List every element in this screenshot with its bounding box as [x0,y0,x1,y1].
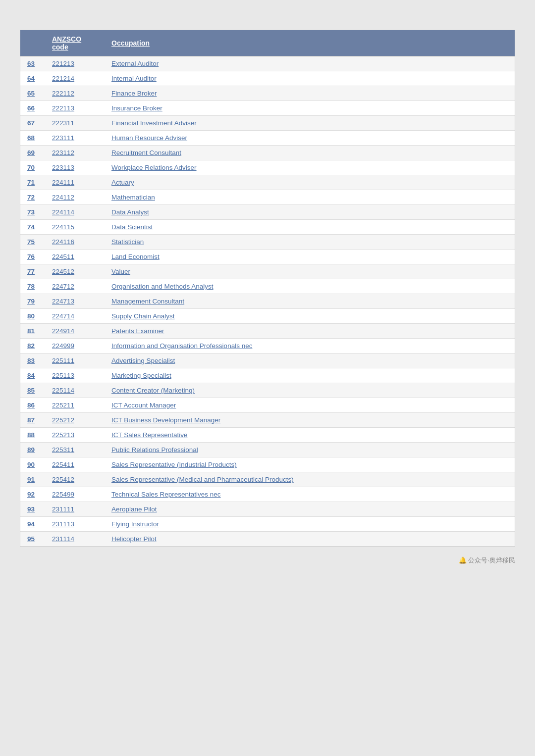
row-anzsco-code[interactable]: 224111 [45,175,105,190]
row-number[interactable]: 90 [20,457,45,472]
row-number[interactable]: 76 [20,250,45,264]
row-anzsco-code[interactable]: 223111 [45,131,105,146]
row-occupation[interactable]: Information and Organisation Professiona… [105,339,515,353]
row-number[interactable]: 81 [20,324,45,339]
row-anzsco-code[interactable]: 224712 [45,279,105,294]
row-number[interactable]: 91 [20,472,45,487]
row-anzsco-code[interactable]: 224116 [45,235,105,250]
row-occupation[interactable]: Mathematician [105,190,515,205]
row-anzsco-code[interactable]: 222112 [45,86,105,101]
row-occupation[interactable]: Content Creator (Marketing) [105,383,515,398]
row-anzsco-code[interactable]: 224112 [45,190,105,205]
row-number[interactable]: 69 [20,146,45,160]
row-anzsco-code[interactable]: 223113 [45,160,105,175]
row-occupation[interactable]: Valuer [105,264,515,279]
row-occupation[interactable]: Land Economist [105,250,515,264]
row-number[interactable]: 74 [20,220,45,235]
row-occupation[interactable]: Finance Broker [105,86,515,101]
row-occupation[interactable]: Organisation and Methods Analyst [105,279,515,294]
row-anzsco-code[interactable]: 224999 [45,339,105,353]
row-occupation[interactable]: Supply Chain Analyst [105,309,515,324]
row-occupation[interactable]: Insurance Broker [105,101,515,116]
row-number[interactable]: 86 [20,398,45,413]
row-anzsco-code[interactable]: 225311 [45,443,105,457]
row-anzsco-code[interactable]: 224914 [45,324,105,339]
row-occupation[interactable]: Patents Examiner [105,324,515,339]
row-number[interactable]: 73 [20,205,45,220]
row-anzsco-code[interactable]: 225211 [45,398,105,413]
row-anzsco-code[interactable]: 222311 [45,116,105,131]
row-anzsco-code[interactable]: 225499 [45,487,105,502]
row-number[interactable]: 68 [20,131,45,146]
row-anzsco-code[interactable]: 231111 [45,502,105,517]
row-occupation[interactable]: Data Scientist [105,220,515,235]
row-occupation[interactable]: Statistician [105,235,515,250]
row-number[interactable]: 66 [20,101,45,116]
row-number[interactable]: 85 [20,383,45,398]
col-code-header[interactable]: ANZSCO code [45,30,105,56]
row-anzsco-code[interactable]: 225113 [45,368,105,383]
row-number[interactable]: 79 [20,294,45,309]
row-occupation[interactable]: Data Analyst [105,205,515,220]
row-number[interactable]: 72 [20,190,45,205]
row-occupation[interactable]: Sales Representative (Medical and Pharma… [105,472,515,487]
row-number[interactable]: 75 [20,235,45,250]
row-number[interactable]: 87 [20,413,45,428]
row-occupation[interactable]: ICT Business Development Manager [105,413,515,428]
row-anzsco-code[interactable]: 222113 [45,101,105,116]
row-number[interactable]: 77 [20,264,45,279]
row-anzsco-code[interactable]: 224511 [45,250,105,264]
row-occupation[interactable]: Public Relations Professional [105,443,515,457]
row-occupation[interactable]: Marketing Specialist [105,368,515,383]
row-anzsco-code[interactable]: 224114 [45,205,105,220]
row-number[interactable]: 92 [20,487,45,502]
row-occupation[interactable]: Human Resource Adviser [105,131,515,146]
row-number[interactable]: 64 [20,71,45,86]
row-number[interactable]: 94 [20,517,45,532]
col-occ-header[interactable]: Occupation [105,30,515,56]
row-anzsco-code[interactable]: 224713 [45,294,105,309]
row-number[interactable]: 88 [20,428,45,443]
row-occupation[interactable]: ICT Account Manager [105,398,515,413]
row-anzsco-code[interactable]: 224512 [45,264,105,279]
row-number[interactable]: 80 [20,309,45,324]
row-number[interactable]: 71 [20,175,45,190]
row-number[interactable]: 67 [20,116,45,131]
row-anzsco-code[interactable]: 225213 [45,428,105,443]
row-occupation[interactable]: Financial Investment Adviser [105,116,515,131]
row-occupation[interactable]: Management Consultant [105,294,515,309]
row-anzsco-code[interactable]: 225212 [45,413,105,428]
row-occupation[interactable]: Actuary [105,175,515,190]
row-occupation[interactable]: Flying Instructor [105,517,515,532]
row-anzsco-code[interactable]: 223112 [45,146,105,160]
row-number[interactable]: 70 [20,160,45,175]
row-anzsco-code[interactable]: 225412 [45,472,105,487]
row-anzsco-code[interactable]: 231113 [45,517,105,532]
row-anzsco-code[interactable]: 221213 [45,56,105,71]
row-number[interactable]: 78 [20,279,45,294]
row-anzsco-code[interactable]: 224115 [45,220,105,235]
row-number[interactable]: 95 [20,532,45,547]
row-anzsco-code[interactable]: 221214 [45,71,105,86]
row-occupation[interactable]: Sales Representative (Industrial Product… [105,457,515,472]
row-anzsco-code[interactable]: 225411 [45,457,105,472]
row-occupation[interactable]: ICT Sales Representative [105,428,515,443]
row-occupation[interactable]: Workplace Relations Adviser [105,160,515,175]
row-occupation[interactable]: Recruitment Consultant [105,146,515,160]
row-anzsco-code[interactable]: 225114 [45,383,105,398]
row-occupation[interactable]: External Auditor [105,56,515,71]
row-occupation[interactable]: Technical Sales Representatives nec [105,487,515,502]
row-number[interactable]: 89 [20,443,45,457]
row-number[interactable]: 65 [20,86,45,101]
row-anzsco-code[interactable]: 231114 [45,532,105,547]
row-number[interactable]: 93 [20,502,45,517]
row-anzsco-code[interactable]: 224714 [45,309,105,324]
row-number[interactable]: 63 [20,56,45,71]
row-occupation[interactable]: Advertising Specialist [105,353,515,368]
row-number[interactable]: 82 [20,339,45,353]
row-occupation[interactable]: Internal Auditor [105,71,515,86]
row-occupation[interactable]: Helicopter Pilot [105,532,515,547]
row-occupation[interactable]: Aeroplane Pilot [105,502,515,517]
row-number[interactable]: 84 [20,368,45,383]
row-number[interactable]: 83 [20,353,45,368]
